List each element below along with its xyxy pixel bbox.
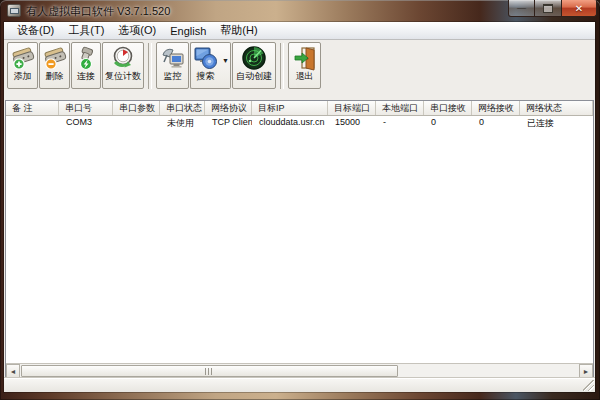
cell-net-status: 已连接 — [520, 116, 593, 130]
cell-remark — [6, 116, 59, 130]
toolbar-separator — [280, 43, 284, 89]
app-icon — [7, 4, 21, 17]
cell-com-received: 0 — [424, 116, 472, 130]
minimize-button[interactable]: — — [508, 0, 535, 17]
titlebar[interactable]: 有人虚拟串口软件 V3.7.1.520 — ✕ — [0, 0, 600, 22]
menu-options[interactable]: 选项(O) — [111, 22, 163, 39]
auto-create-button-label: 自动创建 — [236, 71, 272, 81]
desktop: 有人虚拟串口软件 V3.7.1.520 — ✕ 设备(D) 工具(T) 选项(O… — [0, 0, 600, 400]
monitor-icon — [159, 44, 186, 71]
col-header-com-params[interactable]: 串口参数 — [113, 101, 160, 115]
cell-local-port: - — [376, 116, 424, 130]
scroll-left-arrow[interactable]: ◄ — [6, 364, 20, 378]
maximize-button[interactable] — [535, 0, 561, 17]
cell-target-ip: clouddata.usr.cn — [252, 116, 328, 130]
exit-button-label: 退出 — [296, 71, 314, 81]
search-icon — [192, 44, 219, 71]
menu-english[interactable]: English — [163, 24, 213, 38]
connect-button[interactable]: 连接 — [71, 42, 101, 89]
listview-header: 备 注 串口号 串口参数 串口状态 网络协议 目标IP 目标端口 本地端口 串口… — [6, 101, 593, 116]
connect-button-label: 连接 — [77, 71, 95, 81]
serial-delete-icon — [41, 44, 68, 71]
col-header-local-port[interactable]: 本地端口 — [376, 101, 424, 115]
serial-connect-icon — [73, 44, 100, 71]
window-controls: — ✕ — [508, 0, 597, 17]
resize-grip[interactable] — [583, 380, 594, 391]
cell-com-port: COM3 — [59, 116, 113, 130]
cell-net-received: 0 — [472, 116, 520, 130]
maximize-icon — [543, 4, 553, 13]
col-header-remark[interactable]: 备 注 — [6, 101, 59, 115]
delete-button[interactable]: 删除 — [39, 42, 70, 89]
reset-count-button[interactable]: 复位计数 — [102, 42, 144, 89]
statusbar — [4, 378, 595, 392]
port-listview: 备 注 串口号 串口参数 串口状态 网络协议 目标IP 目标端口 本地端口 串口… — [5, 100, 594, 379]
listview-empty-area[interactable] — [6, 130, 593, 363]
reset-counter-icon — [110, 44, 137, 71]
monitor-button[interactable]: 监控 — [156, 42, 189, 89]
close-button[interactable]: ✕ — [561, 0, 597, 17]
col-header-com-received[interactable]: 串口接收 — [424, 101, 472, 115]
search-button-label: 搜索 — [197, 71, 215, 81]
col-header-com-port[interactable]: 串口号 — [59, 101, 113, 115]
menu-help[interactable]: 帮助(H) — [213, 22, 264, 39]
table-row[interactable]: COM3 未使用 TCP Client clouddata.usr.cn 150… — [6, 116, 593, 130]
cell-protocol: TCP Client — [205, 116, 252, 130]
col-header-net-received[interactable]: 网络接收 — [472, 101, 520, 115]
menubar: 设备(D) 工具(T) 选项(O) English 帮助(H) — [4, 22, 595, 40]
search-button[interactable]: 搜索 — [190, 42, 220, 89]
serial-add-icon — [9, 44, 36, 71]
col-header-net-status[interactable]: 网络状态 — [520, 101, 593, 115]
horizontal-scrollbar: ◄ ► — [6, 363, 593, 378]
col-header-protocol[interactable]: 网络协议 — [205, 101, 252, 115]
search-dropdown-button[interactable]: ▼ — [220, 42, 231, 89]
monitor-button-label: 监控 — [164, 71, 182, 81]
add-button-label: 添加 — [14, 71, 32, 81]
col-header-com-status[interactable]: 串口状态 — [160, 101, 205, 115]
scrollbar-grip-icon — [205, 368, 213, 375]
search-split-button: 搜索 ▼ — [190, 42, 232, 89]
toolbar-separator — [148, 43, 152, 89]
client-area: 设备(D) 工具(T) 选项(O) English 帮助(H) — [4, 22, 595, 392]
reset-count-button-label: 复位计数 — [105, 71, 141, 81]
menu-device[interactable]: 设备(D) — [10, 22, 61, 39]
scrollbar-track[interactable] — [20, 364, 579, 378]
col-header-target-port[interactable]: 目标端口 — [328, 101, 376, 115]
window-title: 有人虚拟串口软件 V3.7.1.520 — [26, 4, 170, 19]
exit-icon — [291, 44, 318, 71]
exit-button[interactable]: 退出 — [288, 42, 321, 89]
col-header-target-ip[interactable]: 目标IP — [252, 101, 328, 115]
menu-tools[interactable]: 工具(T) — [61, 22, 111, 39]
auto-create-icon — [241, 44, 268, 71]
toolbar: 添加 删除 — [4, 40, 595, 100]
app-window: 有人虚拟串口软件 V3.7.1.520 — ✕ 设备(D) 工具(T) 选项(O… — [0, 0, 600, 400]
add-button[interactable]: 添加 — [7, 42, 38, 89]
delete-button-label: 删除 — [46, 71, 64, 81]
scrollbar-thumb[interactable] — [21, 365, 398, 377]
auto-create-button[interactable]: 自动创建 — [232, 42, 276, 89]
cell-target-port: 15000 — [328, 116, 376, 130]
cell-com-params — [113, 116, 160, 130]
cell-com-status: 未使用 — [160, 116, 205, 130]
chevron-down-icon: ▼ — [222, 57, 229, 64]
scroll-right-arrow[interactable]: ► — [579, 364, 593, 378]
